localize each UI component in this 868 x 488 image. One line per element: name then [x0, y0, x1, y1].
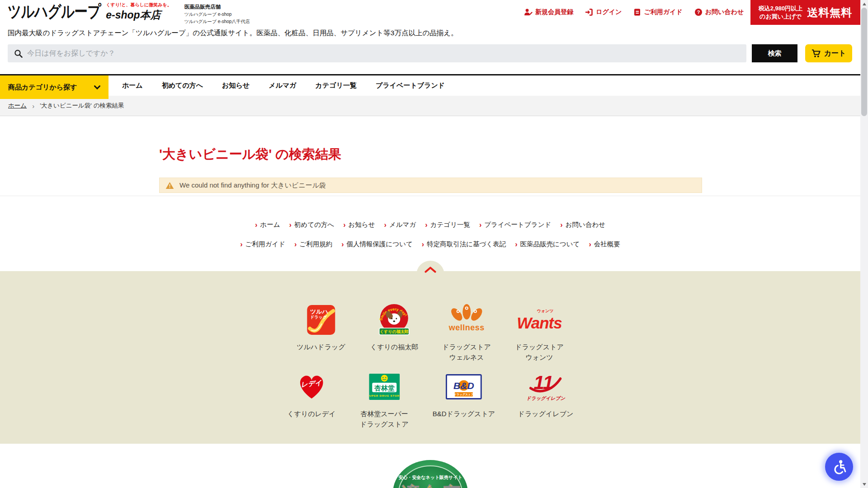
svg-text:B&D: B&D: [453, 380, 474, 391]
svg-text:くすりの福太郎: くすりの福太郎: [380, 329, 409, 334]
drug-eleven-logo: 11 ドラッグイレブン: [526, 369, 565, 405]
store-info: 医薬品販売店舗 ツルハグループ e-shop ツルハグループ e-shop八千代…: [184, 2, 250, 25]
footer-link-category-list[interactable]: ›カテゴリ一覧: [425, 221, 470, 229]
question-icon: ?: [694, 8, 703, 16]
footer-link-home[interactable]: ›ホーム: [255, 221, 280, 229]
logo-catchphrase: くすり!と、暮らしに微笑みを。: [106, 2, 171, 8]
footer-link-first-time[interactable]: ›初めての方へ: [289, 221, 335, 229]
footer-link-contact[interactable]: ›お問い合わせ: [560, 221, 605, 229]
scrollbar-up-arrow[interactable]: [860, 0, 868, 8]
footer-nav-row1: ›ホーム ›初めての方へ ›お知らせ ›メルマガ ›カテゴリ一覧 ›プライベート…: [0, 221, 860, 229]
svg-text:ドラッグストア: ドラッグストア: [454, 393, 474, 396]
scrollbar-down-arrow[interactable]: [860, 480, 868, 488]
header-utility-links: 新規会員登録 ログイン ご利用ガイド ? お問い合わせ: [538, 8, 744, 16]
search-button[interactable]: 検索: [752, 44, 797, 62]
search-input[interactable]: [27, 49, 740, 57]
warning-icon: [165, 182, 174, 189]
footer-link-guide[interactable]: ›ご利用ガイド: [240, 240, 285, 249]
footer-link-privacy[interactable]: ›個人情報保護について: [341, 240, 413, 249]
nav-item-first-time[interactable]: 初めての方へ: [162, 81, 203, 90]
logo-wordmark: ツルハグループ: [8, 2, 101, 22]
shipping-condition: 税込2,980円以上 のお買い上げで: [759, 5, 803, 20]
scroll-to-top-button[interactable]: [416, 261, 444, 289]
main-nav-items: ホーム 初めての方へ お知らせ メルマガ カテゴリ一覧 プライベートブランド: [122, 75, 445, 96]
nav-item-category-list[interactable]: カテゴリ一覧: [316, 81, 357, 90]
nav-item-home[interactable]: ホーム: [122, 81, 143, 90]
accessibility-widget-button[interactable]: [825, 453, 853, 481]
section-divider: [0, 196, 860, 196]
footer-brand-area: [0, 271, 860, 444]
bd-drug-logo: B&D ドラッグストア: [446, 369, 482, 405]
search-icon: [14, 49, 23, 58]
login-link[interactable]: ログイン: [585, 8, 622, 16]
chevron-up-icon: [425, 267, 436, 273]
footer-link-mailmag[interactable]: ›メルマガ: [384, 221, 416, 229]
register-link[interactable]: 新規会員登録: [524, 8, 573, 16]
breadcrumb-current: '大きいビニール袋' の検索結果: [40, 102, 124, 110]
free-shipping-label: 送料無料: [807, 5, 852, 20]
page-title: '大きいビニール袋' の検索結果: [159, 145, 341, 164]
site-tagline: 国内最大級のドラッグストアチェーン「ツルハグループ」の公式通販サイト。医薬品、化…: [8, 28, 458, 38]
svg-text:杏林堂: 杏林堂: [374, 384, 395, 392]
cart-button[interactable]: カート: [805, 44, 852, 62]
login-icon: [585, 8, 593, 16]
footer-link-company[interactable]: ›会社概要: [589, 240, 620, 249]
brand-drug-eleven[interactable]: 11 ドラッグイレブン ドラッグイレブン: [518, 369, 574, 419]
breadcrumb-separator: ›: [32, 102, 34, 110]
scrollbar[interactable]: [860, 0, 868, 488]
brand-wants[interactable]: ウォンツ Wants ドラッグストアウォンツ: [515, 302, 563, 363]
tsuruha-drug-logo: ツルハ ドラッグ: [307, 302, 335, 338]
logo-shop-name: e-shop本店: [106, 8, 171, 22]
nav-item-mailmag[interactable]: メルマガ: [269, 81, 296, 90]
svg-text:wellness: wellness: [448, 323, 484, 332]
nav-item-private-brand[interactable]: プライベートブランド: [376, 81, 445, 90]
svg-text:適合店: 適合店: [401, 483, 460, 488]
chevron-down-icon: [94, 85, 100, 89]
guide-link[interactable]: ご利用ガイド: [633, 8, 682, 16]
nav-item-news[interactable]: お知らせ: [222, 81, 250, 90]
site-logo[interactable]: ツルハグループ くすり!と、暮らしに微笑みを。 e-shop本店 医薬品販売店舗…: [8, 2, 250, 25]
footer-link-terms[interactable]: ›ご利用規約: [294, 240, 332, 249]
free-shipping-banner: 税込2,980円以上 のお買い上げで 送料無料: [750, 0, 860, 25]
brand-kyorindo[interactable]: 杏林堂 SUPER DRUG STORE 杏林堂スーパードラッグストア: [360, 369, 408, 430]
breadcrumb-home-link[interactable]: ホーム: [8, 102, 27, 110]
redei-heart-logo: レデイ: [297, 369, 326, 405]
scrollbar-thumb[interactable]: [861, 8, 867, 116]
brand-bd-drug[interactable]: B&D ドラッグストア B&Dドラッグストア: [433, 369, 495, 419]
footer-link-commerce-law[interactable]: ›特定商取引法に基づく表記: [422, 240, 506, 249]
no-results-message: We could not find anything for 大きいビニール袋: [159, 178, 702, 193]
wants-logo: ウォンツ Wants: [517, 302, 561, 338]
certified-shop-badge: 安心・安全なネット販売サイト 適合店: [392, 458, 469, 488]
guide-book-icon: [633, 8, 641, 16]
breadcrumb: ホーム › '大きいビニール袋' の検索結果: [0, 96, 860, 116]
svg-text:SUPER DRUG STORE: SUPER DRUG STORE: [369, 394, 400, 397]
footer-nav-row2: ›ご利用ガイド ›ご利用規約 ›個人情報保護について ›特定商取引法に基づく表記…: [0, 240, 860, 249]
footer-link-private-brand[interactable]: ›プライベートブランド: [479, 221, 551, 229]
fukutaro-logo: Smile every day! くすりの福太郎: [378, 302, 410, 338]
category-menu-button[interactable]: 商品カテゴリから探す: [0, 75, 108, 99]
brand-redei[interactable]: レデイ くすりのレデイ: [287, 369, 335, 419]
footer-link-news[interactable]: ›お知らせ: [343, 221, 375, 229]
footer-link-drug-sales[interactable]: ›医薬品販売について: [515, 240, 580, 249]
wellness-logo: wellness: [443, 302, 490, 338]
user-plus-icon: [524, 8, 533, 16]
kyorindo-logo: 杏林堂 SUPER DRUG STORE: [369, 369, 400, 405]
brand-wellness[interactable]: wellness ドラッグストアウェルネス: [442, 302, 491, 363]
cart-icon: [811, 49, 821, 58]
svg-text:安心・安全なネット販売サイト: 安心・安全なネット販売サイト: [398, 475, 462, 480]
brand-fukutaro[interactable]: Smile every day! くすりの福太郎 くすりの福太郎: [370, 302, 418, 352]
search-bar[interactable]: [8, 44, 746, 62]
svg-text:?: ?: [697, 9, 700, 15]
brand-tsuruha-drug[interactable]: ツルハ ドラッグ ツルハドラッグ: [297, 302, 345, 352]
accessibility-icon: [831, 459, 847, 474]
contact-link[interactable]: ? お問い合わせ: [694, 8, 744, 16]
